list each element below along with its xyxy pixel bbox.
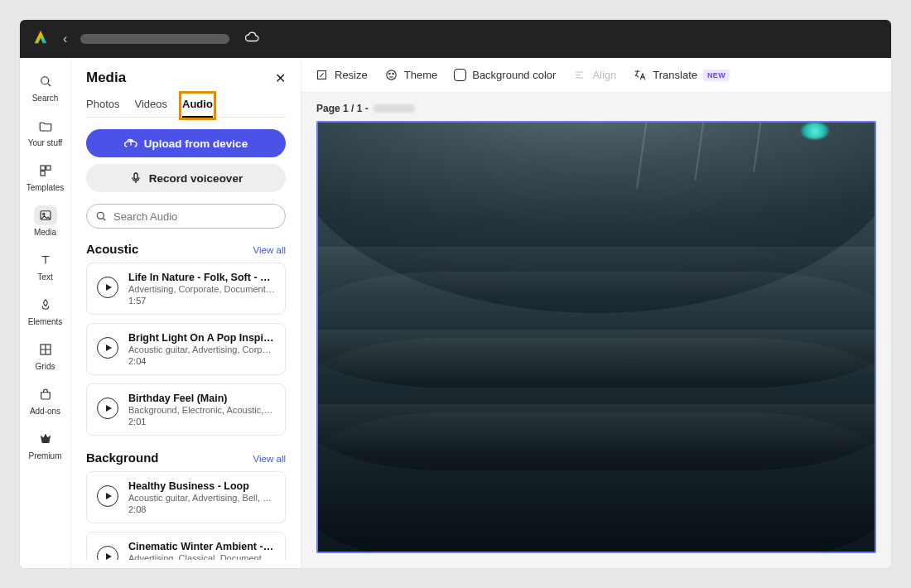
- tab-audio[interactable]: Audio: [182, 94, 213, 117]
- track-meta: Cinematic Winter Ambient - Loop Advertis…: [128, 541, 275, 560]
- search-audio-input[interactable]: [86, 204, 286, 229]
- canvas-toolbar: Resize Theme Background color Align Tran…: [301, 58, 891, 93]
- track-card[interactable]: Cinematic Winter Ambient - Loop Advertis…: [86, 532, 286, 560]
- folder-icon: [34, 116, 57, 136]
- view-all-link[interactable]: View all: [253, 454, 286, 464]
- svg-point-5: [42, 213, 44, 214]
- search-icon: [34, 71, 57, 91]
- ship-light: [801, 123, 829, 139]
- rail-label: Search: [32, 94, 59, 103]
- track-meta: Healthy Business - Loop Acoustic guitar,…: [128, 480, 275, 514]
- track-card[interactable]: Birthday Feel (Main) Background, Electro…: [86, 383, 286, 436]
- page-label: Page 1 / 1 -: [316, 103, 369, 114]
- media-icon: [34, 205, 57, 225]
- templates-icon: [34, 161, 57, 181]
- rail-label: Elements: [28, 317, 63, 326]
- topbar: ‹: [20, 20, 891, 58]
- close-panel-button[interactable]: ✕: [275, 70, 286, 86]
- track-meta: Birthday Feel (Main) Background, Electro…: [128, 393, 275, 427]
- svg-rect-2: [46, 166, 50, 170]
- tool-theme[interactable]: Theme: [384, 68, 437, 82]
- new-badge: NEW: [703, 70, 730, 81]
- resize-icon: [315, 68, 329, 82]
- tool-align: Align: [572, 68, 616, 82]
- rail-label: Templates: [27, 183, 65, 192]
- tool-translate[interactable]: Translate NEW: [633, 68, 730, 82]
- rail-item-elements[interactable]: Elements: [23, 290, 68, 330]
- play-button[interactable]: [97, 337, 118, 359]
- track-duration: 2:01: [128, 417, 275, 427]
- theme-icon: [384, 68, 398, 82]
- tab-photos[interactable]: Photos: [86, 94, 119, 117]
- upload-from-device-button[interactable]: Upload from device: [86, 129, 286, 157]
- panel-title: Media: [86, 70, 126, 86]
- grids-icon: [34, 340, 57, 359]
- search-audio-wrap: [86, 204, 286, 229]
- audio-sections-scroll[interactable]: Acoustic View all Life In Nature - Folk,…: [86, 242, 286, 560]
- track-meta: Bright Light On A Pop Inspiratio… Acoust…: [128, 332, 275, 366]
- tab-videos[interactable]: Videos: [134, 94, 167, 117]
- svg-point-12: [393, 73, 393, 74]
- rail-item-premium[interactable]: Premium: [23, 424, 68, 464]
- play-button[interactable]: [97, 546, 118, 560]
- track-tags: Background, Electronic, Acoustic, Folk, …: [128, 405, 275, 415]
- app-frame: ‹ Search Your stuff Templates Media: [20, 20, 891, 568]
- microphone-icon: [129, 171, 142, 185]
- rail-item-media[interactable]: Media: [23, 200, 68, 240]
- align-icon: [572, 68, 586, 82]
- document-title-placeholder[interactable]: [80, 34, 229, 44]
- svg-point-8: [97, 212, 104, 219]
- rail-label: Media: [34, 228, 56, 237]
- track-tags: Advertising, Corporate, Documentary, D…: [128, 284, 275, 294]
- svg-point-11: [388, 73, 389, 74]
- rail-label: Your stuff: [28, 138, 63, 147]
- back-button[interactable]: ‹: [58, 31, 72, 46]
- view-all-link[interactable]: View all: [253, 245, 286, 255]
- rail-item-addons[interactable]: Add-ons: [23, 379, 68, 419]
- track-title: Birthday Feel (Main): [128, 393, 275, 404]
- canvas[interactable]: [316, 121, 876, 553]
- cloud-sync-icon[interactable]: [244, 30, 259, 48]
- section-head-background: Background View all: [86, 451, 286, 465]
- bgcolor-icon: [454, 69, 466, 81]
- ship-ridge: [318, 247, 875, 296]
- play-button[interactable]: [97, 277, 118, 298]
- panel-line: [694, 121, 705, 181]
- ship-ridge: [318, 404, 875, 454]
- rail-item-text[interactable]: Text: [23, 245, 68, 285]
- track-card[interactable]: Life In Nature - Folk, Soft - Loop Adver…: [86, 263, 286, 315]
- track-duration: 2:08: [128, 504, 275, 514]
- upload-label: Upload from device: [144, 137, 248, 150]
- section-head-acoustic: Acoustic View all: [86, 242, 286, 256]
- elements-icon: [34, 295, 57, 315]
- media-panel: Media ✕ Photos Videos Audio Upload from …: [71, 58, 301, 568]
- panel-line: [636, 121, 648, 189]
- play-button[interactable]: [97, 398, 118, 419]
- rail-label: Premium: [28, 451, 61, 460]
- rail-label: Add-ons: [30, 407, 60, 416]
- tool-label: Theme: [404, 69, 437, 81]
- rail-item-search[interactable]: Search: [23, 66, 68, 106]
- play-button[interactable]: [97, 485, 118, 507]
- svg-rect-1: [41, 166, 45, 170]
- tool-resize[interactable]: Resize: [315, 68, 368, 82]
- rail-item-templates[interactable]: Templates: [23, 156, 68, 195]
- app-logo: [31, 28, 50, 50]
- track-card[interactable]: Healthy Business - Loop Acoustic guitar,…: [86, 471, 286, 523]
- track-tags: Acoustic guitar, Advertising, Bell, Corp…: [128, 493, 275, 503]
- tool-background-color[interactable]: Background color: [454, 69, 556, 81]
- record-voiceover-button[interactable]: Record voiceover: [86, 164, 286, 192]
- rail-item-your-stuff[interactable]: Your stuff: [23, 111, 68, 151]
- ship-ridge: [318, 330, 875, 379]
- tool-label: Background color: [472, 69, 556, 81]
- translate-icon: [633, 68, 647, 82]
- track-duration: 1:57: [128, 296, 275, 306]
- tool-label: Translate: [653, 69, 697, 81]
- section-title: Background: [86, 451, 159, 465]
- track-card[interactable]: Bright Light On A Pop Inspiratio… Acoust…: [86, 323, 286, 375]
- track-tags: Advertising, Classical, Documentary, Dr…: [128, 553, 275, 560]
- section-title: Acoustic: [86, 242, 138, 256]
- rail-item-grids[interactable]: Grids: [23, 335, 68, 374]
- media-tabs: Photos Videos Audio: [86, 94, 286, 118]
- page-indicator: Page 1 / 1 -: [301, 93, 891, 121]
